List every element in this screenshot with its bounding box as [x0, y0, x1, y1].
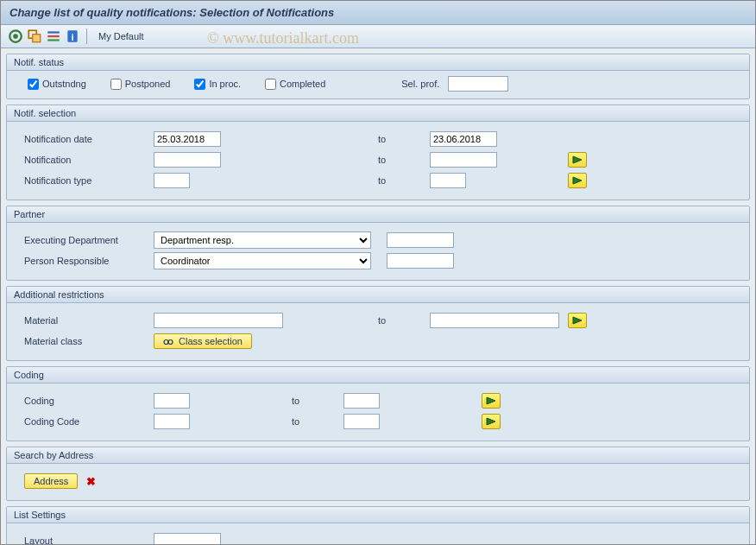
- checkbox-completed[interactable]: Completed: [265, 79, 325, 90]
- notification-date-label: Notification date: [16, 134, 154, 144]
- group-header-list-settings: List Settings: [7, 507, 749, 523]
- svg-point-1: [13, 34, 18, 39]
- notification-to-input[interactable]: [430, 152, 497, 168]
- coding-multiselect-icon[interactable]: [482, 393, 501, 409]
- material-class-label: Material class: [16, 336, 154, 346]
- person-resp-label: Person Responsible: [16, 256, 154, 266]
- group-notif-status: Notif. status Outstndng Postponed In pro…: [6, 54, 750, 99]
- address-button-label: Address: [34, 476, 68, 486]
- to-label-5: to: [292, 396, 299, 406]
- group-header-partner: Partner: [7, 206, 749, 223]
- group-header-notif-status: Notif. status: [7, 54, 749, 71]
- coding-label: Coding: [16, 396, 154, 406]
- delete-icon[interactable]: ✖: [86, 475, 96, 488]
- material-multiselect-icon[interactable]: [568, 313, 587, 328]
- binoculars-icon: [163, 336, 173, 346]
- group-notif-selection: Notif. selection Notification date to No…: [6, 105, 750, 200]
- group-header-search-address: Search by Address: [7, 447, 749, 464]
- executing-dept-input[interactable]: [387, 232, 454, 248]
- my-default-label[interactable]: My Default: [98, 31, 144, 41]
- executing-dept-select[interactable]: Department resp.: [154, 231, 371, 249]
- svg-rect-6: [47, 39, 60, 41]
- content: Notif. status Outstndng Postponed In pro…: [1, 48, 755, 545]
- group-header-coding: Coding: [7, 367, 749, 383]
- notification-type-from-input[interactable]: [154, 173, 190, 188]
- checkbox-completed-label: Completed: [280, 79, 325, 89]
- group-additional: Additional restrictions Material to Mate…: [6, 286, 750, 361]
- group-coding: Coding Coding to Coding Code to: [6, 366, 750, 441]
- notification-type-multiselect-icon[interactable]: [568, 173, 587, 188]
- info-icon[interactable]: i: [65, 29, 80, 44]
- group-header-notif-selection: Notif. selection: [7, 105, 749, 122]
- title-bar: Change list of quality notifications: Se…: [1, 1, 755, 25]
- group-partner: Partner Executing Department Department …: [6, 206, 750, 281]
- svg-point-10: [168, 340, 173, 345]
- notification-multiselect-icon[interactable]: [568, 152, 587, 168]
- to-label-2: to: [378, 155, 386, 165]
- layout-label: Layout: [16, 535, 154, 545]
- execute-icon[interactable]: [8, 29, 23, 44]
- toolbar-separator: [86, 29, 87, 44]
- notification-date-from-input[interactable]: [154, 131, 221, 147]
- checkbox-outstanding[interactable]: Outstndng: [28, 79, 86, 90]
- sel-prof-label: Sel. prof.: [401, 79, 439, 89]
- notification-date-to-input[interactable]: [430, 131, 497, 147]
- to-label-6: to: [292, 416, 299, 427]
- notification-from-input[interactable]: [154, 152, 221, 168]
- coding-code-from-input[interactable]: [154, 414, 190, 429]
- svg-text:i: i: [71, 32, 73, 42]
- coding-from-input[interactable]: [154, 393, 190, 409]
- svg-point-9: [164, 340, 168, 345]
- to-label-1: to: [378, 134, 386, 144]
- svg-rect-4: [47, 31, 60, 33]
- material-from-input[interactable]: [154, 313, 283, 328]
- list-icon[interactable]: [46, 29, 61, 44]
- group-list-settings: List Settings Layout: [6, 506, 750, 545]
- to-label-4: to: [378, 315, 386, 326]
- coding-code-label: Coding Code: [16, 416, 154, 427]
- notification-label: Notification: [16, 155, 154, 165]
- group-header-additional: Additional restrictions: [7, 287, 749, 303]
- person-resp-input[interactable]: [387, 253, 454, 269]
- coding-to-input[interactable]: [343, 393, 380, 409]
- address-button[interactable]: Address: [24, 473, 78, 489]
- material-label: Material: [16, 315, 154, 326]
- checkbox-outstanding-label: Outstndng: [42, 79, 86, 89]
- page-title: Change list of quality notifications: Se…: [9, 6, 334, 19]
- class-selection-button[interactable]: Class selection: [154, 333, 252, 349]
- notification-type-to-input[interactable]: [430, 173, 466, 188]
- coding-code-multiselect-icon[interactable]: [482, 414, 501, 429]
- checkbox-inproc-label: In proc.: [209, 79, 241, 89]
- to-label-3: to: [378, 175, 386, 186]
- svg-rect-5: [47, 35, 60, 37]
- person-resp-select[interactable]: Coordinator: [154, 252, 371, 269]
- checkbox-postponed[interactable]: Postponed: [110, 79, 171, 90]
- svg-rect-3: [33, 35, 41, 42]
- executing-dept-label: Executing Department: [16, 235, 154, 245]
- variant-icon[interactable]: [27, 29, 42, 44]
- checkbox-postponed-label: Postponed: [125, 79, 171, 89]
- group-search-address: Search by Address Address ✖: [6, 447, 750, 501]
- layout-input[interactable]: [154, 533, 221, 545]
- coding-code-to-input[interactable]: [343, 414, 380, 429]
- checkbox-inproc[interactable]: In proc.: [194, 79, 241, 90]
- notification-type-label: Notification type: [16, 175, 154, 186]
- toolbar: i My Default: [1, 25, 755, 48]
- material-to-input[interactable]: [430, 313, 559, 328]
- svg-rect-11: [167, 341, 169, 342]
- class-selection-label: Class selection: [179, 336, 243, 346]
- sel-prof-input[interactable]: [448, 76, 508, 92]
